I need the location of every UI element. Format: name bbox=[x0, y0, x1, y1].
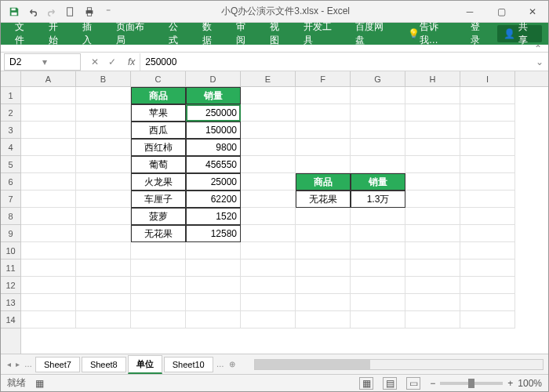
cell[interactable] bbox=[351, 277, 405, 294]
horizontal-scrollbar[interactable] bbox=[254, 359, 544, 370]
cell[interactable]: 1.3万 bbox=[351, 191, 405, 208]
cell[interactable]: 车厘子 bbox=[131, 191, 186, 208]
cell[interactable]: 西瓜 bbox=[131, 122, 186, 139]
cell[interactable] bbox=[351, 156, 405, 173]
cell[interactable] bbox=[351, 294, 405, 311]
row-header[interactable]: 13 bbox=[1, 294, 20, 311]
view-layout-icon[interactable]: ▤ bbox=[383, 377, 397, 390]
fx-icon[interactable]: fx bbox=[123, 56, 140, 67]
row-header[interactable]: 6 bbox=[1, 173, 20, 191]
cell[interactable] bbox=[351, 242, 405, 260]
cell[interactable]: 无花果 bbox=[296, 191, 351, 208]
cell[interactable] bbox=[296, 208, 351, 225]
cell[interactable] bbox=[131, 277, 186, 294]
cell[interactable] bbox=[460, 139, 515, 156]
row-header[interactable]: 8 bbox=[1, 208, 20, 225]
cell[interactable] bbox=[131, 311, 186, 328]
cell[interactable] bbox=[21, 122, 76, 139]
col-header[interactable]: F bbox=[296, 71, 351, 86]
tab-data[interactable]: 数据 bbox=[195, 23, 228, 45]
sheet-tab-active[interactable]: 单位 bbox=[128, 355, 162, 374]
macro-record-icon[interactable]: ▦ bbox=[35, 378, 44, 389]
cell[interactable]: 商品 bbox=[131, 87, 186, 104]
cell[interactable]: 火龙果 bbox=[131, 173, 186, 191]
tab-dev[interactable]: 开发工具 bbox=[296, 23, 347, 45]
select-all-corner[interactable] bbox=[1, 71, 21, 87]
cell[interactable] bbox=[186, 311, 241, 328]
cell[interactable] bbox=[460, 294, 515, 311]
row-header[interactable]: 3 bbox=[1, 122, 20, 139]
cell[interactable] bbox=[21, 294, 76, 311]
sheet-tab[interactable]: Sheet7 bbox=[35, 357, 80, 372]
cell[interactable] bbox=[296, 260, 351, 277]
cell[interactable] bbox=[405, 139, 460, 156]
undo-icon[interactable] bbox=[24, 3, 42, 20]
tell-me[interactable]: 💡 告诉我… bbox=[400, 23, 464, 45]
cell[interactable] bbox=[241, 277, 296, 294]
new-icon[interactable] bbox=[62, 3, 79, 20]
cell[interactable] bbox=[21, 242, 76, 260]
formula-bar[interactable]: 250000 bbox=[140, 53, 531, 71]
cell[interactable]: 苹果 bbox=[131, 104, 186, 122]
cell[interactable] bbox=[76, 104, 131, 122]
ribbon-collapse-icon[interactable]: ⌃ bbox=[1, 45, 548, 53]
col-header[interactable]: I bbox=[460, 71, 515, 86]
cell[interactable] bbox=[296, 294, 351, 311]
cell[interactable] bbox=[351, 104, 405, 122]
cell[interactable] bbox=[21, 311, 76, 328]
cell[interactable]: 1520 bbox=[186, 208, 241, 225]
cell[interactable] bbox=[131, 260, 186, 277]
maximize-button[interactable]: ▢ bbox=[485, 1, 517, 23]
tab-baidu[interactable]: 百度网盘 bbox=[347, 23, 399, 45]
cell[interactable] bbox=[405, 277, 460, 294]
cell[interactable] bbox=[76, 156, 131, 173]
cell[interactable] bbox=[405, 242, 460, 260]
cell[interactable] bbox=[241, 242, 296, 260]
sheet-tab[interactable]: Sheet8 bbox=[82, 357, 126, 372]
row-header[interactable]: 9 bbox=[1, 225, 20, 242]
cell[interactable] bbox=[241, 208, 296, 225]
chevron-down-icon[interactable]: ▾ bbox=[42, 56, 75, 67]
cell[interactable] bbox=[241, 260, 296, 277]
cell[interactable] bbox=[21, 173, 76, 191]
cell[interactable] bbox=[131, 294, 186, 311]
cell[interactable] bbox=[241, 104, 296, 122]
cell[interactable] bbox=[186, 260, 241, 277]
cell[interactable] bbox=[21, 87, 76, 104]
cell[interactable] bbox=[460, 277, 515, 294]
redo-icon[interactable] bbox=[43, 3, 60, 20]
col-header[interactable]: B bbox=[76, 71, 131, 86]
cell[interactable] bbox=[76, 294, 131, 311]
cell[interactable] bbox=[405, 225, 460, 242]
qat-more-icon[interactable]: ⁼ bbox=[100, 3, 117, 20]
share-button[interactable]: 👤共享 bbox=[497, 25, 542, 42]
cell[interactable] bbox=[405, 294, 460, 311]
cell[interactable]: 商品 bbox=[296, 173, 351, 191]
row-header[interactable]: 14 bbox=[1, 311, 20, 328]
cell[interactable] bbox=[405, 208, 460, 225]
cell[interactable] bbox=[21, 156, 76, 173]
cell[interactable] bbox=[296, 139, 351, 156]
row-header[interactable]: 1 bbox=[1, 87, 20, 104]
cell[interactable] bbox=[296, 242, 351, 260]
cell[interactable] bbox=[296, 156, 351, 173]
cell[interactable] bbox=[76, 311, 131, 328]
row-header[interactable]: 11 bbox=[1, 260, 20, 277]
sheet-nav-prev[interactable]: ▸ bbox=[14, 360, 21, 368]
cell[interactable] bbox=[460, 260, 515, 277]
row-header[interactable]: 12 bbox=[1, 277, 20, 294]
view-break-icon[interactable]: ▭ bbox=[406, 377, 420, 390]
cell[interactable] bbox=[460, 173, 515, 191]
save-icon[interactable] bbox=[5, 3, 23, 20]
cell[interactable]: 销量 bbox=[186, 87, 241, 104]
cell[interactable]: 销量 bbox=[351, 173, 405, 191]
accept-formula-icon[interactable]: ✓ bbox=[104, 56, 120, 67]
cell[interactable] bbox=[405, 173, 460, 191]
cell[interactable] bbox=[405, 87, 460, 104]
tab-review[interactable]: 审阅 bbox=[228, 23, 262, 45]
cell[interactable] bbox=[76, 242, 131, 260]
col-header[interactable]: E bbox=[241, 71, 296, 86]
cell[interactable] bbox=[21, 225, 76, 242]
cell[interactable] bbox=[131, 242, 186, 260]
cell[interactable] bbox=[460, 104, 515, 122]
